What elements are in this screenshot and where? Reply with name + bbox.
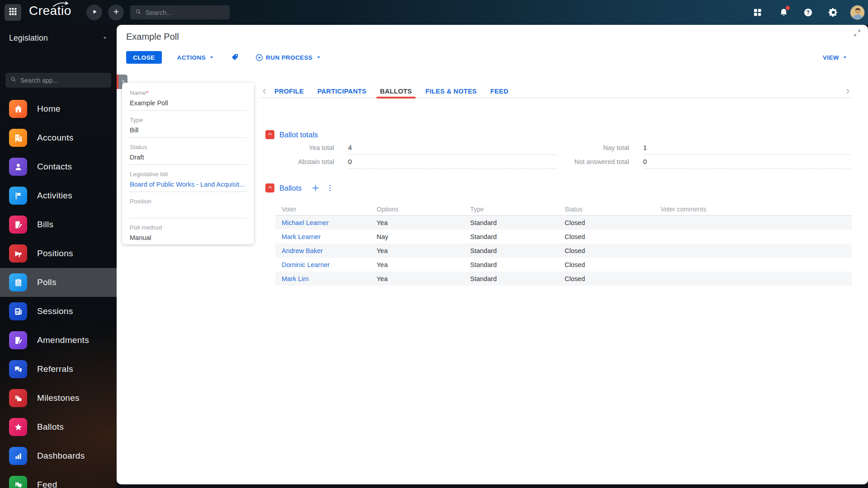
ballots-table-header: VoterOptionsTypeStatusVoter comments: [275, 203, 852, 216]
total-value[interactable]: 4: [348, 144, 557, 155]
tabs-scroll-left-button[interactable]: [260, 87, 269, 95]
add-record-button[interactable]: [108, 5, 124, 20]
tab-participants[interactable]: PARTICIPANTS: [317, 85, 367, 98]
table-row[interactable]: Dominic LearnerYeaStandardClosed: [275, 258, 852, 272]
app-launcher-button[interactable]: [5, 4, 21, 21]
global-search[interactable]: [130, 5, 230, 19]
workspace-label: Legislation: [9, 33, 48, 43]
help-button[interactable]: ?: [803, 7, 813, 18]
tags-button[interactable]: [231, 53, 240, 62]
sidebar-item-label: Bills: [37, 220, 53, 230]
add-ballot-button[interactable]: [311, 183, 320, 192]
ballots-title[interactable]: Ballots: [279, 184, 302, 192]
tab-files-notes[interactable]: FILES & NOTES: [425, 85, 476, 98]
tab-bar: PROFILEPARTICIPANTSBALLOTSFILES & NOTESF…: [260, 85, 852, 98]
field-value[interactable]: [130, 208, 246, 218]
sidebar-item-milestones[interactable]: Milestones: [0, 384, 117, 413]
marketplace-apps-button[interactable]: [752, 7, 763, 18]
view-button[interactable]: VIEW: [823, 51, 849, 64]
voter-link[interactable]: Andrew Baker: [275, 247, 370, 254]
form-field-name: Name*Example Poll: [130, 89, 246, 111]
sidebar-item-label: Ballots: [37, 422, 64, 432]
ballots-menu-button[interactable]: [326, 183, 333, 192]
collapse-section-button[interactable]: [265, 130, 274, 139]
sidebar-item-ballots[interactable]: Ballots: [0, 413, 117, 441]
field-value[interactable]: Board of Public Works - Land Acquisit...: [130, 181, 246, 192]
field-value[interactable]: Bill: [130, 127, 246, 138]
sidebar-item-home[interactable]: Home: [0, 94, 117, 123]
column-header-status[interactable]: Status: [558, 206, 654, 213]
close-button[interactable]: CLOSE: [126, 51, 162, 64]
sidebar-item-feed[interactable]: Feed: [0, 470, 117, 488]
sidebar-item-label: Positions: [37, 249, 73, 258]
sidebar-item-accounts[interactable]: Accounts: [0, 123, 117, 152]
run-process-button[interactable]: RUN PROCESS: [255, 53, 322, 62]
voter-link[interactable]: Mark Lim: [275, 275, 370, 282]
total-field-yea-total: Yea total4: [275, 144, 557, 155]
form-field-legislative-bill: Legislative billBoard of Public Works - …: [130, 171, 246, 192]
total-value[interactable]: 1: [643, 144, 852, 155]
sidebar-item-referrals[interactable]: Referrals: [0, 355, 117, 384]
field-label: Position: [130, 198, 246, 205]
record-toolbar: CLOSE ACTIONS RUN PROCESS: [126, 51, 322, 64]
voter-link[interactable]: Dominic Learner: [275, 261, 370, 268]
top-bar: Creatio ?: [0, 0, 868, 25]
tab-ballots[interactable]: BALLOTS: [380, 85, 412, 98]
form-field-status: StatusDraft: [130, 144, 246, 165]
workspace-selector[interactable]: Legislation: [0, 30, 117, 46]
field-value[interactable]: Example Poll: [130, 99, 246, 111]
table-row[interactable]: Mark LimYeaStandardClosed: [275, 272, 852, 286]
total-label: Not answered total: [571, 158, 629, 165]
total-value[interactable]: 0: [643, 158, 852, 169]
field-value[interactable]: Draft: [130, 154, 246, 165]
app-search[interactable]: [5, 73, 111, 88]
field-value[interactable]: Manual: [130, 234, 246, 245]
sidebar-item-label: Milestones: [37, 393, 80, 403]
voter-link[interactable]: Michael Learner: [275, 219, 370, 226]
total-label: Nay total: [571, 144, 629, 151]
voter-link[interactable]: Mark Learner: [275, 233, 370, 240]
table-row[interactable]: Andrew BakerYeaStandardClosed: [275, 244, 852, 258]
question-icon: ?: [803, 11, 813, 19]
tab-profile[interactable]: PROFILE: [274, 85, 304, 98]
run-process-quick-button[interactable]: [86, 5, 102, 20]
total-field-nay-total: Nay total1: [571, 144, 852, 155]
sidebar-item-contacts[interactable]: Contacts: [0, 152, 117, 181]
actions-button[interactable]: ACTIONS: [177, 54, 216, 61]
user-avatar[interactable]: [850, 5, 865, 20]
ballot-totals-title[interactable]: Ballot totals: [279, 131, 318, 139]
global-search-input[interactable]: [146, 9, 225, 16]
sidebar-item-sessions[interactable]: Sessions: [0, 297, 117, 326]
sidebar-item-label: Dashboards: [37, 451, 85, 461]
sidebar-item-dashboards[interactable]: Dashboards: [0, 441, 117, 470]
notifications-button[interactable]: [778, 7, 789, 18]
type-cell: Standard: [464, 233, 558, 240]
total-label: Yea total: [275, 144, 334, 151]
column-header-type[interactable]: Type: [464, 206, 558, 213]
settings-button[interactable]: [828, 7, 839, 18]
sidebar-item-bills[interactable]: Bills: [0, 210, 117, 239]
expand-icon[interactable]: [853, 29, 862, 38]
sidebar-item-activities[interactable]: Activities: [0, 181, 117, 210]
sidebar-item-label: Accounts: [37, 133, 74, 143]
sidebar-item-polls[interactable]: Polls: [0, 268, 117, 297]
column-header-voter-comments[interactable]: Voter comments: [654, 206, 852, 213]
bar-chart-icon: [9, 447, 27, 465]
form-field-type: TypeBill: [130, 117, 246, 138]
tab-feed[interactable]: FEED: [491, 85, 509, 98]
total-value[interactable]: 0: [348, 158, 557, 169]
doc-pencil-icon: [9, 216, 27, 234]
tabs-scroll-right-button[interactable]: [844, 87, 852, 95]
sidebar-item-label: Contacts: [37, 162, 72, 172]
chat-bubbles-icon: [9, 360, 27, 378]
sidebar-item-amendments[interactable]: Amendments: [0, 326, 117, 355]
column-header-voter[interactable]: Voter: [275, 206, 370, 213]
options-cell: Nay: [370, 233, 464, 240]
collapse-section-button[interactable]: [265, 183, 274, 192]
sidebar-item-positions[interactable]: Positions: [0, 239, 117, 268]
table-row[interactable]: Mark LearnerNayStandardClosed: [275, 230, 852, 244]
options-cell: Yea: [370, 219, 464, 226]
app-search-input[interactable]: [20, 77, 107, 84]
table-row[interactable]: Michael LearnerYeaStandardClosed: [275, 216, 852, 230]
column-header-options[interactable]: Options: [370, 206, 464, 213]
